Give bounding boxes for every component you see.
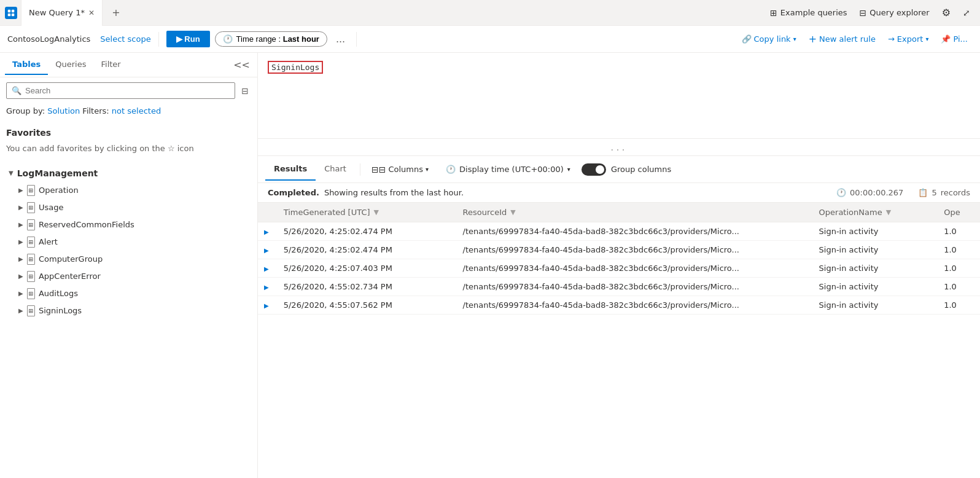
search-box[interactable]: 🔍 (6, 82, 235, 99)
run-button[interactable]: ▶ Run (166, 31, 210, 47)
svg-rect-2 (8, 13, 10, 15)
close-tab-icon[interactable]: ✕ (88, 9, 95, 17)
tab-queries[interactable]: Queries (48, 55, 93, 75)
row-ope-3: 1.0 (938, 278, 980, 296)
row-expand-4[interactable]: ▶ (258, 296, 278, 315)
item-chevron-operation: ▶ (18, 187, 23, 194)
pin-button[interactable]: 📌 Pi... (936, 32, 973, 46)
status-completed: Completed. (268, 188, 319, 197)
gear-icon: ⚙ (942, 7, 951, 18)
query-explorer-button[interactable]: ⊟ Query explorer (855, 6, 935, 20)
row-operationname-1: Sign-in activity (813, 241, 938, 259)
item-label-operation: Operation (39, 186, 79, 195)
link-icon: 🔗 (742, 34, 752, 44)
time-display-chevron: ▾ (567, 166, 570, 173)
app-icon (5, 7, 17, 19)
row-timegenerated-1: 5/26/2020, 4:25:02.474 PM (278, 241, 457, 259)
copy-link-chevron: ▾ (793, 36, 796, 42)
pin-icon: 📌 (941, 34, 951, 44)
more-options-button[interactable]: ... (332, 31, 349, 47)
table-row: ▶ 5/26/2020, 4:25:02.474 PM /tenants/699… (258, 222, 980, 241)
row-resourceid-1: /tenants/69997834-fa40-45da-bad8-382c3bd… (457, 241, 813, 259)
new-alert-rule-button[interactable]: + New alert rule (804, 31, 881, 47)
execution-time: 🕐 00:00:00.267 (836, 188, 903, 197)
example-queries-button[interactable]: ⊞ Example queries (765, 6, 852, 20)
tree-item-signinlogs[interactable]: ▶ ⊞ SigninLogs (6, 302, 251, 319)
row-operationname-4: Sign-in activity (813, 296, 938, 315)
settings-button[interactable]: ⚙ (937, 4, 955, 21)
time-range-button[interactable]: 🕐 Time range : Last hour (215, 31, 327, 47)
plus-icon: + (809, 33, 817, 45)
copy-link-button[interactable]: 🔗 Copy link ▾ (737, 32, 801, 46)
drag-handle[interactable]: ... (258, 139, 980, 156)
maximize-button[interactable]: ⤢ (958, 6, 975, 20)
example-queries-label: Example queries (780, 8, 847, 17)
tree-collapse-icon: ▼ (9, 170, 14, 176)
row-resourceid-4: /tenants/69997834-fa40-45da-bad8-382c3bd… (457, 296, 813, 315)
query-editor[interactable]: SigninLogs (258, 53, 980, 139)
group-by-solution[interactable]: Solution (47, 106, 80, 116)
time-range-icon: 🕐 (223, 34, 233, 44)
row-operationname-2: Sign-in activity (813, 259, 938, 278)
results-table-wrapper: TimeGenerated [UTC] ▼ ResourceId ▼ (258, 203, 980, 478)
columns-icon: ⊟⊟ (371, 165, 386, 174)
toolbar: ContosoLogAnalytics Select scope ▶ Run 🕐… (0, 26, 980, 53)
table-icon-computergroup: ⊞ (27, 254, 35, 265)
group-columns-toggle[interactable] (581, 163, 606, 176)
filter-timegenerated[interactable]: ▼ (374, 208, 379, 216)
time-display-label: Display time (UTC+00:00) (459, 165, 564, 174)
tree-item-reservedcommonfields[interactable]: ▶ ⊞ ReservedCommonFields (6, 216, 251, 233)
row-expand-0[interactable]: ▶ (258, 222, 278, 241)
row-resourceid-3: /tenants/69997834-fa40-45da-bad8-382c3bd… (457, 278, 813, 296)
search-input[interactable] (25, 86, 230, 95)
item-chevron-appcenterror: ▶ (18, 273, 23, 280)
tree-item-appcenterror[interactable]: ▶ ⊞ AppCenterError (6, 268, 251, 285)
tab-tables[interactable]: Tables (5, 55, 48, 75)
filter-resourceid[interactable]: ▼ (510, 208, 515, 216)
filter-operationname[interactable]: ▼ (886, 208, 891, 216)
row-expand-2[interactable]: ▶ (258, 259, 278, 278)
records-count: 📋 5 records (918, 188, 970, 197)
filters-label: Filters: (82, 106, 109, 116)
log-management-header[interactable]: ▼ LogManagement (6, 165, 251, 182)
item-label-usage: Usage (39, 203, 64, 212)
toggle-slider (581, 163, 606, 176)
tree-item-computergroup[interactable]: ▶ ⊞ ComputerGroup (6, 251, 251, 268)
col-timegenerated: TimeGenerated [UTC] ▼ (278, 203, 457, 222)
item-label-computergroup: ComputerGroup (39, 254, 103, 264)
toolbar-actions: 🔗 Copy link ▾ + New alert rule → Export … (737, 31, 973, 47)
row-operationname-0: Sign-in activity (813, 222, 938, 241)
add-tab-button[interactable]: + (106, 3, 126, 23)
tree-item-alert[interactable]: ▶ ⊞ Alert (6, 233, 251, 251)
log-management-label: LogManagement (17, 168, 98, 178)
time-display-button[interactable]: 🕐 Display time (UTC+00:00) ▾ (440, 162, 577, 176)
grid-icon: ⊞ (770, 8, 777, 18)
row-expand-1[interactable]: ▶ (258, 241, 278, 259)
table-icon-usage: ⊞ (27, 202, 35, 213)
columns-button[interactable]: ⊟⊟ Columns ▾ (365, 162, 435, 177)
filters-value[interactable]: not selected (112, 106, 161, 116)
tree-item-usage[interactable]: ▶ ⊞ Usage (6, 199, 251, 216)
row-ope-4: 1.0 (938, 296, 980, 315)
item-label-rcf: ReservedCommonFields (39, 220, 134, 229)
col-resourceid: ResourceId ▼ (457, 203, 813, 222)
export-button[interactable]: → Export ▾ (883, 32, 934, 46)
log-management-section: ▼ LogManagement ▶ ⊞ Operation ▶ ⊞ Usage … (6, 165, 251, 319)
table-icon-operation: ⊞ (27, 185, 35, 196)
table-row: ▶ 5/26/2020, 4:55:02.734 PM /tenants/699… (258, 278, 980, 296)
row-resourceid-2: /tenants/69997834-fa40-45da-bad8-382c3bd… (457, 259, 813, 278)
filter-options-button[interactable]: ⊟ (239, 84, 251, 98)
tab-filter[interactable]: Filter (93, 55, 128, 75)
group-by-label: Group by: (6, 106, 45, 116)
duration-value: 00:00:00.267 (850, 188, 903, 197)
tab-chart[interactable]: Chart (316, 158, 355, 181)
select-scope-button[interactable]: Select scope (100, 34, 150, 44)
item-chevron-usage: ▶ (18, 204, 23, 211)
drag-dots: ... (610, 141, 627, 153)
collapse-panel-button[interactable]: << (231, 57, 252, 73)
tree-item-operation[interactable]: ▶ ⊞ Operation (6, 182, 251, 199)
row-expand-3[interactable]: ▶ (258, 278, 278, 296)
active-tab[interactable]: New Query 1* ✕ (21, 0, 103, 26)
tree-item-auditlogs[interactable]: ▶ ⊞ AuditLogs (6, 285, 251, 302)
tab-results[interactable]: Results (265, 158, 316, 181)
